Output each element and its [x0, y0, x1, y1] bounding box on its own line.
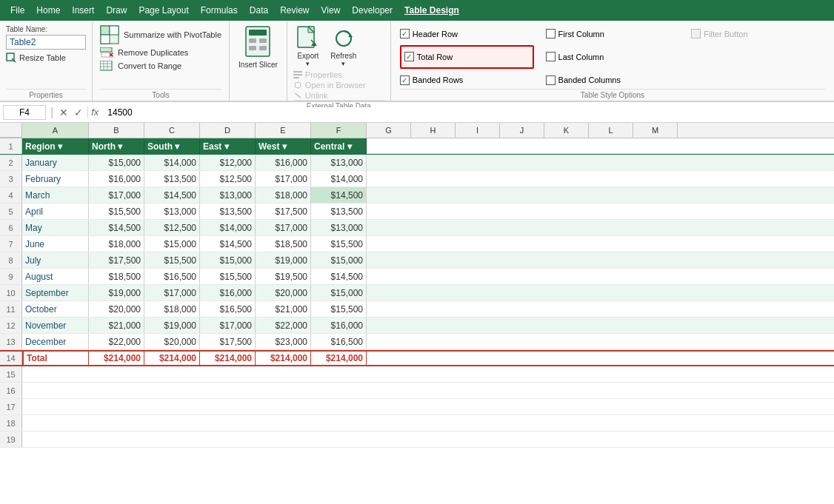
menu-insert[interactable]: Insert — [66, 2, 100, 19]
month-cell[interactable]: December — [22, 334, 89, 349]
value-cell[interactable]: $13,000 — [311, 220, 367, 235]
value-cell[interactable]: $21,000 — [256, 301, 311, 317]
table-name-input[interactable] — [6, 35, 86, 50]
col-header-a[interactable]: A — [22, 123, 89, 138]
value-cell[interactable]: $15,500 — [311, 301, 367, 317]
col-header-c[interactable]: C — [144, 123, 200, 138]
menu-file[interactable]: File — [4, 2, 30, 19]
value-cell[interactable]: $14,500 — [311, 269, 367, 284]
col-header-g[interactable]: G — [367, 123, 411, 138]
value-cell[interactable]: $13,000 — [144, 204, 200, 219]
value-cell[interactable]: $16,500 — [144, 269, 200, 284]
value-cell[interactable]: $12,500 — [200, 171, 256, 187]
convert-to-range-button[interactable]: Convert to Range — [100, 61, 221, 71]
value-cell[interactable]: $19,000 — [256, 252, 311, 268]
value-cell[interactable]: $18,000 — [89, 236, 144, 252]
value-cell[interactable]: $17,000 — [89, 187, 144, 203]
menu-table-design[interactable]: Table Design — [398, 2, 465, 19]
total-value-cell[interactable]: $214,000 — [200, 352, 256, 365]
total-value-cell[interactable]: $214,000 — [311, 352, 367, 365]
value-cell[interactable]: $17,000 — [200, 317, 256, 333]
value-cell[interactable]: $17,500 — [89, 252, 144, 268]
month-cell[interactable]: November — [22, 317, 89, 333]
value-cell[interactable]: $18,000 — [256, 187, 311, 203]
value-cell[interactable]: $15,000 — [311, 252, 367, 268]
value-cell[interactable]: $14,000 — [311, 171, 367, 187]
value-cell[interactable]: $22,000 — [256, 317, 311, 333]
col-header-l[interactable]: L — [589, 123, 633, 138]
menu-home[interactable]: Home — [30, 2, 66, 19]
value-cell[interactable]: $16,000 — [311, 317, 367, 333]
col-header-k[interactable]: K — [544, 123, 589, 138]
month-cell[interactable]: April — [22, 204, 89, 219]
resize-table-button[interactable]: Resize Table — [6, 53, 86, 63]
header-east[interactable]: East ▾ — [200, 138, 256, 154]
export-button[interactable]: Export ▾ — [293, 25, 323, 67]
value-cell[interactable]: $15,000 — [144, 236, 200, 252]
value-cell[interactable]: $16,000 — [256, 155, 311, 170]
value-cell[interactable]: $17,500 — [256, 204, 311, 219]
col-header-d[interactable]: D — [200, 123, 256, 138]
menu-developer[interactable]: Developer — [346, 2, 398, 19]
header-row-checkbox[interactable]: ✓ Header Row — [400, 25, 534, 42]
header-north[interactable]: North ▾ — [89, 138, 144, 154]
value-cell[interactable]: $13,000 — [200, 187, 256, 203]
banded-rows-checkbox[interactable]: ✓ Banded Rows — [400, 72, 534, 89]
header-region[interactable]: Region ▾ — [22, 138, 89, 154]
value-cell[interactable]: $22,000 — [89, 334, 144, 349]
header-south[interactable]: South ▾ — [144, 138, 200, 154]
header-west[interactable]: West ▾ — [256, 138, 311, 154]
total-row-checkbox[interactable]: ✓ Total Row — [400, 45, 534, 68]
menu-review[interactable]: Review — [274, 2, 315, 19]
value-cell[interactable]: $14,000 — [200, 220, 256, 235]
col-header-e[interactable]: E — [256, 123, 311, 138]
value-cell[interactable]: $16,000 — [200, 285, 256, 300]
confirm-formula-icon[interactable]: ✓ — [73, 107, 84, 118]
total-label-cell[interactable]: Total — [22, 352, 89, 365]
month-cell[interactable]: February — [22, 171, 89, 187]
header-central[interactable]: Central ▾ — [311, 138, 367, 154]
value-cell[interactable]: $14,500 — [200, 236, 256, 252]
value-cell[interactable]: $20,000 — [89, 301, 144, 317]
value-cell[interactable]: $17,000 — [144, 285, 200, 300]
col-header-b[interactable]: B — [89, 123, 144, 138]
value-cell[interactable]: $12,000 — [200, 155, 256, 170]
value-cell[interactable]: $18,500 — [89, 269, 144, 284]
total-value-cell[interactable]: $214,000 — [256, 352, 311, 365]
value-cell[interactable]: $13,500 — [311, 204, 367, 219]
value-cell[interactable]: $16,500 — [311, 334, 367, 349]
col-header-h[interactable]: H — [411, 123, 456, 138]
value-cell[interactable]: $15,000 — [89, 155, 144, 170]
month-cell[interactable]: October — [22, 301, 89, 317]
value-cell[interactable]: $23,000 — [256, 334, 311, 349]
value-cell[interactable]: $14,000 — [144, 155, 200, 170]
col-header-f[interactable]: F — [311, 123, 367, 138]
value-cell[interactable]: $15,500 — [200, 269, 256, 284]
value-cell[interactable]: $19,500 — [256, 269, 311, 284]
value-cell[interactable]: $14,500 — [144, 187, 200, 203]
total-value-cell[interactable]: $214,000 — [89, 352, 144, 365]
month-cell[interactable]: July — [22, 252, 89, 268]
value-cell[interactable]: $18,500 — [256, 236, 311, 252]
value-cell[interactable]: $14,500 — [311, 187, 367, 203]
value-cell[interactable]: $15,000 — [200, 252, 256, 268]
col-header-i[interactable]: I — [456, 123, 500, 138]
value-cell[interactable]: $16,000 — [89, 171, 144, 187]
value-cell[interactable]: $13,500 — [144, 171, 200, 187]
month-cell[interactable]: January — [22, 155, 89, 170]
col-header-j[interactable]: J — [500, 123, 544, 138]
month-cell[interactable]: March — [22, 187, 89, 203]
insert-slicer-button[interactable]: Insert Slicer — [238, 25, 278, 70]
menu-view[interactable]: View — [316, 2, 347, 19]
month-cell[interactable]: June — [22, 236, 89, 252]
value-cell[interactable]: $17,000 — [256, 220, 311, 235]
menu-data[interactable]: Data — [244, 2, 274, 19]
last-column-checkbox[interactable]: Last Column — [546, 45, 680, 68]
month-cell[interactable]: September — [22, 285, 89, 300]
menu-formulas[interactable]: Formulas — [195, 2, 244, 19]
value-cell[interactable]: $20,000 — [256, 285, 311, 300]
month-cell[interactable]: May — [22, 220, 89, 235]
value-cell[interactable]: $16,500 — [200, 301, 256, 317]
value-cell[interactable]: $14,500 — [89, 220, 144, 235]
month-cell[interactable]: August — [22, 269, 89, 284]
